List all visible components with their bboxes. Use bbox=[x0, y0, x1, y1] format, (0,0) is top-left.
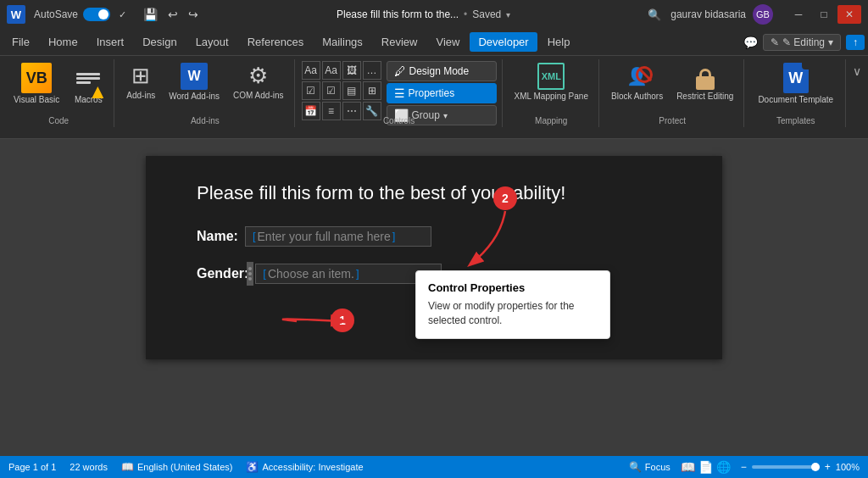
menu-help[interactable]: Help bbox=[539, 32, 579, 52]
web-view-icon[interactable]: 🌐 bbox=[716, 460, 731, 474]
xml-mapping-button[interactable]: XML XML Mapping Pane bbox=[509, 59, 593, 114]
share-button[interactable]: ↑ bbox=[846, 35, 865, 50]
more-control[interactable]: ⋯ bbox=[342, 102, 361, 120]
zoom-in-icon[interactable]: + bbox=[825, 461, 831, 473]
language-status: 📖 English (United States) bbox=[121, 461, 233, 473]
restrict-editing-icon bbox=[693, 63, 717, 90]
image-control[interactable]: 🖼 bbox=[342, 61, 361, 80]
code-group-label: Code bbox=[48, 116, 69, 125]
add-ins-button[interactable]: ⊞ Add-ins bbox=[121, 59, 160, 114]
document-template-label: Document Template bbox=[758, 95, 833, 105]
ribbon: VB Visual Basic Macros Code bbox=[0, 56, 868, 139]
status-bar: Page 1 of 1 22 words 📖 English (United S… bbox=[0, 456, 868, 478]
name-label: Name: bbox=[197, 229, 238, 244]
visual-basic-button[interactable]: VB Visual Basic bbox=[8, 59, 64, 114]
text-control2[interactable]: Aa bbox=[322, 61, 341, 80]
restrict-editing-button[interactable]: Restrict Editing bbox=[671, 59, 738, 114]
name-input[interactable]: [ Enter your full name here ] bbox=[245, 226, 431, 247]
tooltip-popup: Control Properties View or modify proper… bbox=[415, 270, 610, 339]
gender-bracket-right: ] bbox=[356, 267, 359, 280]
name-bracket-left: [ bbox=[253, 230, 256, 242]
menu-developer[interactable]: Developer bbox=[470, 32, 537, 52]
name-bracket-right: ] bbox=[392, 230, 396, 242]
title-bar: W AutoSave ✓ 💾 ↩ ↪ Please fill this form… bbox=[0, 0, 868, 29]
redo-button[interactable]: ↪ bbox=[185, 6, 202, 23]
view-modes: 📖 📄 🌐 bbox=[681, 460, 731, 474]
block-authors-icon: 👤 bbox=[624, 63, 651, 90]
undo-button[interactable]: ↩ bbox=[164, 6, 181, 23]
properties-button[interactable]: ☰ Properties bbox=[387, 83, 497, 103]
focus-status[interactable]: 🔍 Focus bbox=[629, 461, 670, 473]
date-control[interactable]: 📅 bbox=[302, 102, 320, 120]
zoom-control[interactable]: − + 100% bbox=[741, 461, 860, 473]
design-mode-button[interactable]: 🖊 Design Mode bbox=[387, 61, 497, 81]
autosave-toggle[interactable] bbox=[83, 8, 110, 21]
menu-file[interactable]: File bbox=[3, 32, 38, 52]
user-name: gaurav bidasaria bbox=[670, 8, 746, 20]
minimize-button[interactable]: ─ bbox=[787, 5, 810, 24]
block-authors-button[interactable]: 👤 Block Authors bbox=[606, 59, 668, 114]
maximize-button[interactable]: □ bbox=[812, 5, 836, 24]
ribbon-group-code: VB Visual Basic Macros Code bbox=[3, 59, 114, 127]
menu-insert[interactable]: Insert bbox=[88, 32, 133, 52]
ribbon-group-controls: Aa Aa 🖼 … ☑ ☑ ▤ ⊞ 📅 ≡ ⋯ 🔧 🖊 bbox=[297, 59, 503, 127]
addins-group-label: Add-ins bbox=[191, 116, 220, 125]
group-label: Group bbox=[412, 109, 440, 121]
addins-icon: ⊞ bbox=[131, 63, 150, 89]
annotation-circle-1: 1 bbox=[331, 308, 354, 332]
gender-bracket-left: [ bbox=[263, 267, 266, 280]
grid-control[interactable]: ⊞ bbox=[363, 81, 381, 100]
legacy-control[interactable]: 🔧 bbox=[363, 102, 381, 120]
save-icon[interactable]: 💾 bbox=[140, 6, 161, 23]
checkbox-control[interactable]: ☑ bbox=[302, 81, 320, 100]
zoom-out-icon[interactable]: − bbox=[741, 461, 747, 473]
com-addins-icon: ⚙ bbox=[248, 63, 268, 89]
com-add-ins-button[interactable]: ⚙ COM Add-ins bbox=[228, 59, 288, 114]
ribbon-expand-button[interactable]: ∨ bbox=[849, 63, 865, 80]
editing-icon: ✎ bbox=[771, 36, 779, 48]
ribbon-group-protect: 👤 Block Authors Restrict Editing Protect bbox=[601, 59, 744, 127]
dropdown-control[interactable]: ▤ bbox=[342, 81, 361, 100]
word-add-ins-button[interactable]: W Word Add-ins bbox=[164, 59, 225, 114]
document-title: Please fill this form to the... bbox=[337, 8, 459, 20]
document-template-button[interactable]: W Document Template bbox=[751, 59, 840, 114]
zoom-thumb bbox=[811, 463, 820, 471]
annotation-circle-2: 2 bbox=[493, 186, 517, 210]
comments-icon[interactable]: 💬 bbox=[743, 36, 758, 49]
zoom-slider[interactable] bbox=[752, 465, 820, 469]
xml-mapping-label: XML Mapping Pane bbox=[515, 92, 588, 102]
user-avatar[interactable]: GB bbox=[753, 4, 773, 25]
vba-icon: VB bbox=[21, 63, 52, 93]
combo-control[interactable]: ≡ bbox=[322, 102, 341, 120]
ribbon-content: VB Visual Basic Macros Code bbox=[0, 56, 868, 138]
menu-home[interactable]: Home bbox=[40, 32, 86, 52]
menu-mailings[interactable]: Mailings bbox=[314, 32, 371, 52]
page-status: Page 1 of 1 bbox=[8, 462, 56, 472]
menu-references[interactable]: References bbox=[239, 32, 312, 52]
read-view-icon[interactable]: 📖 bbox=[681, 460, 695, 474]
extra-control[interactable]: … bbox=[363, 61, 381, 80]
print-view-icon[interactable]: 📄 bbox=[698, 460, 713, 474]
search-button[interactable]: 🔍 bbox=[645, 5, 664, 24]
checkbox2-control[interactable]: ☑ bbox=[322, 81, 341, 100]
macros-icon bbox=[73, 63, 103, 93]
accessibility-text: Accessibility: Investigate bbox=[262, 462, 363, 472]
protect-group-label: Protect bbox=[659, 116, 686, 125]
xml-icon: XML bbox=[537, 63, 565, 90]
close-button[interactable]: ✕ bbox=[837, 5, 861, 24]
word-count-text: 22 words bbox=[70, 462, 108, 472]
properties-icon: ☰ bbox=[394, 86, 405, 100]
design-mode-label: Design Mode bbox=[409, 65, 470, 77]
menu-layout[interactable]: Layout bbox=[187, 32, 237, 52]
menu-design[interactable]: Design bbox=[134, 32, 185, 52]
drag-handle[interactable] bbox=[247, 262, 253, 286]
menu-right: 💬 ✎ ✎ Editing ▾ ↑ bbox=[743, 34, 865, 51]
text-control[interactable]: Aa bbox=[302, 61, 320, 80]
title-center: Please fill this form to the... • Saved … bbox=[207, 8, 640, 20]
gender-input[interactable]: [ Choose an item. ] bbox=[255, 264, 442, 284]
name-placeholder: Enter your full name here bbox=[258, 230, 391, 243]
macros-button[interactable]: Macros bbox=[68, 59, 108, 114]
editing-button[interactable]: ✎ ✎ Editing ▾ bbox=[763, 34, 841, 51]
menu-view[interactable]: View bbox=[427, 32, 468, 52]
menu-review[interactable]: Review bbox=[373, 32, 426, 52]
